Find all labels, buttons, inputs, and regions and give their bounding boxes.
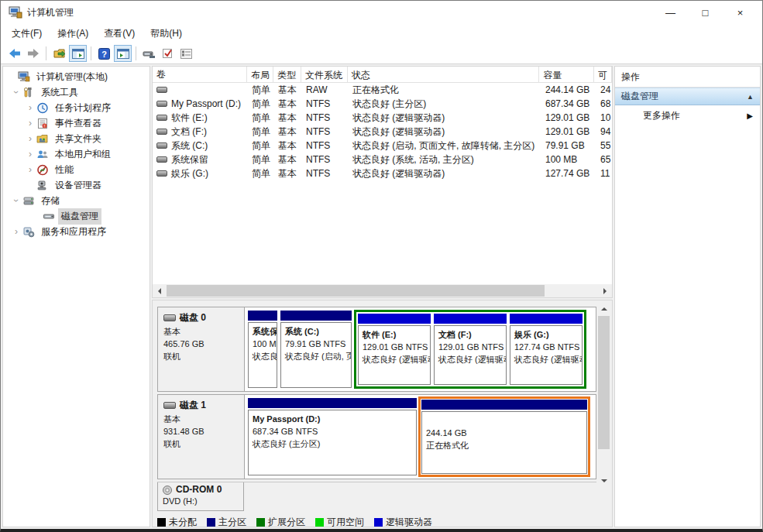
storage-icon [22, 195, 35, 207]
partition-system-reserved[interactable]: 系统保留 100 MB NTFS 状态良好 (系统, 活动, 主分区) [248, 311, 277, 388]
properties-list-icon[interactable] [177, 45, 195, 62]
sidebar-item-label: 服务和应用程序 [38, 224, 109, 240]
disk-0-label[interactable]: 磁盘 0 基本 465.76 GB 联机 [158, 307, 245, 391]
action-pane-title: 操作 [615, 67, 760, 88]
sidebar-item-label: 系统工具 [38, 84, 81, 101]
sidebar-item-label: 任务计划程序 [52, 100, 114, 116]
help-icon[interactable]: ? [95, 45, 113, 62]
sidebar-item-services-applications[interactable]: 服务和应用程序 [3, 224, 150, 239]
chevron-right-icon[interactable] [11, 226, 22, 237]
sidebar-item-storage[interactable]: 存储 [3, 193, 150, 208]
sidebar-item-local-users-groups[interactable]: 本地用户和组 [3, 146, 150, 162]
sidebar-item-device-manager[interactable]: 设备管理器 [3, 177, 150, 193]
maximize-button[interactable]: □ [688, 2, 723, 23]
sidebar-item-label: 计算机管理(本地) [33, 69, 111, 85]
column-header-status[interactable]: 状态 [348, 67, 540, 82]
table-row[interactable]: 系统保留 简单 基本 NTFS 状态良好 (系统, 活动, 主分区) 100 M… [153, 153, 612, 166]
scroll-up-icon[interactable] [597, 302, 610, 315]
chevron-right-icon[interactable] [25, 118, 36, 129]
table-row[interactable]: 软件 (E:) 简单 基本 NTFS 状态良好 (逻辑驱动器) 129.01 G… [153, 111, 612, 125]
scrollbar-thumb[interactable] [598, 316, 610, 449]
legend-extended: 扩展分区 [256, 516, 305, 527]
table-row[interactable]: 简单 基本 RAW 正在格式化 244.14 GB 24 [153, 83, 612, 97]
more-actions-item[interactable]: 更多操作 ▶ [615, 105, 760, 126]
sidebar-item-system-tools[interactable]: 系统工具 [3, 84, 150, 100]
menu-file[interactable]: 文件(F) [4, 24, 50, 43]
menu-action[interactable]: 操作(A) [50, 24, 96, 43]
sidebar-item-label: 本地用户和组 [52, 146, 114, 163]
partition-system-c[interactable]: 系统 (C:) 79.91 GB NTFS 状态良好 (启动, 页面文件, 故障… [280, 311, 352, 388]
partition-entertainment-g[interactable]: 娱乐 (G:) 127.74 GB NTFS 状态良好 (逻辑驱动器) [510, 314, 583, 385]
chevron-right-icon[interactable] [25, 133, 36, 144]
menu-view[interactable]: 查看(V) [96, 24, 143, 43]
partition-formatting-selected[interactable]: 244.14 GB 正在格式化 [418, 396, 590, 477]
partition-software-e[interactable]: 软件 (E:) 129.01 GB NTFS 状态良好 (逻辑驱动器) [358, 314, 431, 385]
scroll-left-icon[interactable] [153, 284, 166, 297]
vertical-scrollbar[interactable] [597, 302, 610, 488]
action-pane: 操作 磁盘管理 ▲ 更多操作 ▶ [614, 66, 761, 527]
column-header-type[interactable]: 类型 [273, 67, 301, 82]
chevron-down-icon[interactable] [11, 87, 22, 98]
sidebar-item-performance[interactable]: 性能 [3, 162, 150, 177]
chevron-down-icon[interactable] [11, 195, 22, 206]
collapse-icon[interactable]: ▲ [747, 93, 754, 101]
content-area: 计算机管理(本地) 系统工具 任务计划程序 ! 事件查看器 共享文件夹 [1, 64, 762, 529]
scroll-down-icon[interactable] [597, 475, 610, 488]
chevron-right-icon[interactable] [25, 164, 36, 175]
menu-help[interactable]: 帮助(H) [143, 24, 190, 43]
disk-icon [163, 402, 176, 409]
table-row[interactable]: 系统 (C:) 简单 基本 NTFS 状态良好 (启动, 页面文件, 故障转储,… [153, 139, 612, 153]
scroll-right-icon[interactable] [599, 284, 612, 297]
partition-documents-f[interactable]: 文档 (F:) 129.01 GB NTFS 状态良好 (逻辑驱动器) [434, 314, 507, 385]
sidebar-item-label: 存储 [38, 193, 63, 209]
disk-1-label[interactable]: 磁盘 1 基本 931.48 GB 联机 [158, 395, 245, 479]
sidebar-item-disk-management[interactable]: 磁盘管理 [3, 208, 150, 224]
cd-rom-icon [163, 486, 172, 495]
column-header-volume[interactable]: 卷 [153, 67, 247, 82]
scrollbar-thumb[interactable] [167, 285, 545, 297]
sidebar-item-computer-management[interactable]: 计算机管理(本地) [3, 69, 150, 84]
chevron-right-icon[interactable] [25, 149, 36, 160]
volume-icon [156, 142, 167, 149]
disk-1-partitions: My Passport (D:) 687.34 GB NTFS 状态良好 (主分… [245, 395, 596, 479]
logical-drive-color-bar [434, 314, 507, 324]
disk-management-action-group[interactable]: 磁盘管理 ▲ [615, 88, 760, 105]
minimize-button[interactable]: — [653, 2, 688, 23]
chevron-right-icon[interactable] [25, 102, 36, 113]
show-action-pane-icon[interactable] [114, 45, 132, 62]
disk-console-icon[interactable] [140, 45, 158, 62]
users-icon [36, 149, 49, 160]
volume-icon [156, 101, 167, 107]
close-button[interactable]: × [723, 2, 758, 23]
table-row[interactable]: 娱乐 (G:) 简单 基本 NTFS 状态良好 (逻辑驱动器) 127.74 G… [153, 166, 612, 180]
event-viewer-icon: ! [36, 118, 49, 129]
forward-arrow-icon[interactable] [24, 45, 42, 62]
primary-partition-color-bar [280, 311, 352, 321]
table-row[interactable]: My Passport (D:) 简单 基本 NTFS 状态良好 (主分区) 6… [153, 97, 612, 111]
disk-type: 基本 [163, 413, 239, 425]
disk-1-row: 磁盘 1 基本 931.48 GB 联机 My Passport (D:) 68… [157, 394, 596, 479]
disk-size: 465.76 GB [163, 338, 239, 350]
column-header-filesystem[interactable]: 文件系统 [301, 67, 348, 82]
export-list-icon[interactable] [50, 45, 68, 62]
show-console-tree-icon[interactable] [69, 45, 87, 62]
toolbar: ? [1, 43, 762, 64]
sidebar-item-task-scheduler[interactable]: 任务计划程序 [3, 100, 150, 115]
partition-my-passport-d[interactable]: My Passport (D:) 687.34 GB NTFS 状态良好 (主分… [248, 398, 417, 475]
column-header-layout[interactable]: 布局 [247, 67, 273, 82]
sidebar-item-event-viewer[interactable]: ! 事件查看器 [3, 115, 150, 131]
column-header-free[interactable]: 可 [594, 67, 612, 82]
horizontal-scrollbar[interactable] [153, 284, 612, 297]
column-header-capacity[interactable]: 容量 [539, 67, 594, 82]
svg-text:?: ? [101, 49, 107, 58]
sidebar-item-shared-folders[interactable]: 共享文件夹 [3, 131, 150, 146]
cdrom-label[interactable]: CD-ROM 0 DVD (H:) [157, 482, 244, 511]
verify-disk-icon[interactable] [159, 45, 177, 62]
app-icon [9, 6, 22, 19]
disk-0-row: 磁盘 0 基本 465.76 GB 联机 系统保留 100 MB NTFS 状态… [157, 307, 596, 392]
back-arrow-icon[interactable] [5, 45, 23, 62]
system-tools-icon [22, 87, 35, 98]
action-group-label: 磁盘管理 [621, 90, 658, 103]
table-row[interactable]: 文档 (F:) 简单 基本 NTFS 状态良好 (逻辑驱动器) 129.01 G… [153, 125, 612, 139]
primary-partition-color-bar [248, 311, 277, 321]
